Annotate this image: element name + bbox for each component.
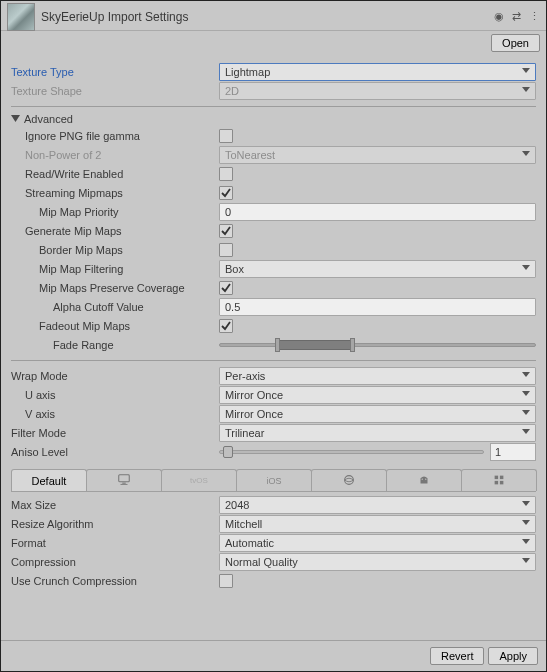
mipmap-filtering-label: Mip Map Filtering: [11, 263, 219, 275]
resize-algorithm-label: Resize Algorithm: [11, 518, 219, 530]
compression-select[interactable]: Normal Quality: [219, 553, 536, 571]
texture-type-select[interactable]: Lightmap: [219, 63, 536, 81]
tab-default[interactable]: Default: [11, 469, 87, 491]
svg-rect-6: [495, 475, 499, 479]
aniso-level-slider[interactable]: [219, 450, 484, 454]
ignore-png-gamma-label: Ignore PNG file gamma: [11, 130, 219, 142]
generate-mipmaps-checkbox[interactable]: [219, 224, 233, 238]
tab-ios[interactable]: iOS: [236, 469, 312, 491]
npot-label: Non-Power of 2: [11, 149, 219, 161]
monitor-icon: [117, 473, 131, 489]
help-icon[interactable]: ◉: [494, 10, 504, 23]
max-size-label: Max Size: [11, 499, 219, 511]
border-mipmaps-checkbox[interactable]: [219, 243, 233, 257]
u-axis-label: U axis: [11, 389, 219, 401]
android-icon: [417, 473, 431, 489]
uwp-icon: [492, 473, 506, 489]
mip-preserve-coverage-label: Mip Maps Preserve Coverage: [11, 282, 219, 294]
u-axis-select[interactable]: Mirror Once: [219, 386, 536, 404]
tab-standalone[interactable]: [86, 469, 162, 491]
v-axis-label: V axis: [11, 408, 219, 420]
alpha-cutoff-label: Alpha Cutoff Value: [11, 301, 219, 313]
fade-range-slider[interactable]: [219, 343, 536, 347]
streaming-mipmaps-label: Streaming Mipmaps: [11, 187, 219, 199]
open-button[interactable]: Open: [491, 34, 540, 52]
svg-rect-7: [500, 475, 504, 479]
fadeout-mipmaps-label: Fadeout Mip Maps: [11, 320, 219, 332]
v-axis-select[interactable]: Mirror Once: [219, 405, 536, 423]
tvos-icon: tvOS: [190, 476, 208, 485]
mip-preserve-coverage-checkbox[interactable]: [219, 281, 233, 295]
aniso-level-field[interactable]: 1: [490, 443, 536, 461]
format-label: Format: [11, 537, 219, 549]
tab-webgl[interactable]: [311, 469, 387, 491]
mipmap-priority-label: Mip Map Priority: [11, 206, 219, 218]
webgl-icon: [342, 473, 356, 489]
ios-icon: iOS: [266, 476, 281, 486]
svg-rect-9: [500, 480, 504, 484]
mipmap-filtering-select[interactable]: Box: [219, 260, 536, 278]
wrap-mode-label: Wrap Mode: [11, 370, 219, 382]
aniso-level-label: Aniso Level: [11, 446, 219, 458]
tab-tvos[interactable]: tvOS: [161, 469, 237, 491]
revert-button[interactable]: Revert: [430, 647, 484, 665]
border-mipmaps-label: Border Mip Maps: [11, 244, 219, 256]
asset-thumbnail: [7, 3, 35, 31]
texture-type-label: Texture Type: [11, 66, 219, 78]
mipmap-priority-field[interactable]: 0: [219, 203, 536, 221]
generate-mipmaps-label: Generate Mip Maps: [11, 225, 219, 237]
streaming-mipmaps-checkbox[interactable]: [219, 186, 233, 200]
svg-rect-1: [122, 482, 126, 483]
svg-point-4: [422, 478, 423, 479]
texture-shape-select: 2D: [219, 82, 536, 100]
fadeout-mipmaps-checkbox[interactable]: [219, 319, 233, 333]
svg-rect-0: [119, 474, 130, 481]
texture-shape-label: Texture Shape: [11, 85, 219, 97]
use-crunch-label: Use Crunch Compression: [11, 575, 219, 587]
tab-uwp[interactable]: [461, 469, 537, 491]
read-write-label: Read/Write Enabled: [11, 168, 219, 180]
asset-title: SkyEerieUp Import Settings: [41, 10, 494, 24]
read-write-checkbox[interactable]: [219, 167, 233, 181]
max-size-select[interactable]: 2048: [219, 496, 536, 514]
filter-mode-label: Filter Mode: [11, 427, 219, 439]
platform-tabs: Default tvOS iOS: [11, 469, 536, 492]
npot-select: ToNearest: [219, 146, 536, 164]
svg-rect-2: [121, 483, 128, 484]
use-crunch-checkbox[interactable]: [219, 574, 233, 588]
fade-range-label: Fade Range: [11, 339, 219, 351]
footer: Revert Apply: [1, 640, 546, 671]
svg-point-5: [425, 478, 426, 479]
apply-button[interactable]: Apply: [488, 647, 538, 665]
tab-android[interactable]: [386, 469, 462, 491]
compression-label: Compression: [11, 556, 219, 568]
filter-mode-select[interactable]: Trilinear: [219, 424, 536, 442]
menu-icon[interactable]: ⋮: [529, 10, 540, 23]
format-select[interactable]: Automatic: [219, 534, 536, 552]
presets-icon[interactable]: ⇄: [512, 10, 521, 23]
resize-algorithm-select[interactable]: Mitchell: [219, 515, 536, 533]
alpha-cutoff-field[interactable]: 0.5: [219, 298, 536, 316]
ignore-png-gamma-checkbox[interactable]: [219, 129, 233, 143]
svg-point-3: [345, 475, 354, 484]
advanced-foldout[interactable]: Advanced: [11, 113, 536, 125]
wrap-mode-select[interactable]: Per-axis: [219, 367, 536, 385]
inspector-header: SkyEerieUp Import Settings ◉ ⇄ ⋮: [1, 1, 546, 31]
svg-rect-8: [495, 480, 499, 484]
